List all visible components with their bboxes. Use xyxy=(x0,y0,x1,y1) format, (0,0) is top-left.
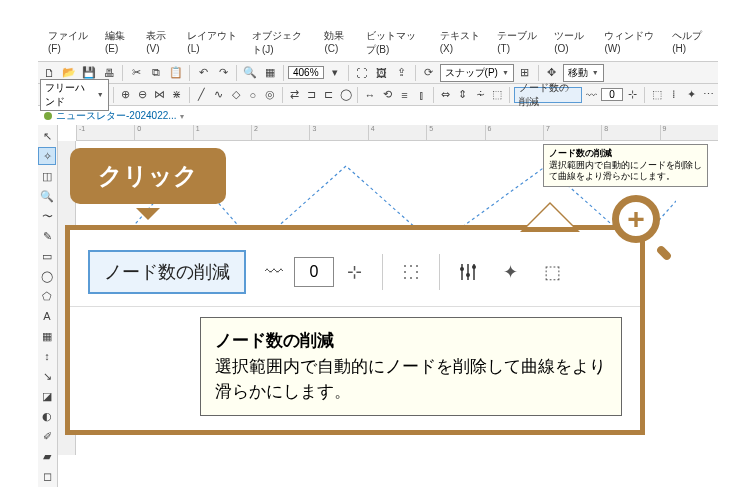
menu-text[interactable]: テキスト(X) xyxy=(434,27,489,59)
fill-tool-icon[interactable]: ▰ xyxy=(38,447,56,465)
more-icon-zoomed[interactable]: ⬚ xyxy=(538,258,566,286)
dropshadow-tool-icon[interactable]: ◪ xyxy=(38,387,56,405)
close-curve-icon[interactable]: ◯ xyxy=(338,86,353,104)
node-join-icon[interactable]: ⋈ xyxy=(152,86,167,104)
menu-layout[interactable]: レイアウト(L) xyxy=(181,27,244,59)
image-icon[interactable]: 🖼 xyxy=(373,64,391,82)
curve-smooth-icon-zoomed[interactable]: 〰 xyxy=(260,258,288,286)
node-break-icon[interactable]: ⋇ xyxy=(169,86,184,104)
redo-icon[interactable]: ↷ xyxy=(214,64,232,82)
transparency-tool-icon[interactable]: ◐ xyxy=(38,407,56,425)
menu-help[interactable]: ヘルプ(H) xyxy=(666,27,714,59)
document-tab[interactable]: ニュースレター-2024022... xyxy=(56,109,177,123)
extract-icon[interactable]: ⊏ xyxy=(321,86,336,104)
smooth-node-icon[interactable]: ○ xyxy=(245,86,260,104)
freehand-combo[interactable]: フリーハンド xyxy=(40,79,109,111)
apply-icon-zoomed[interactable]: ⊹ xyxy=(340,258,368,286)
zoom-level[interactable]: 406% xyxy=(288,66,324,79)
text-tool-icon[interactable]: A xyxy=(38,307,56,325)
guide-icon[interactable]: ⊞ xyxy=(516,64,534,82)
eyedropper-tool-icon[interactable]: ✐ xyxy=(38,427,56,445)
menu-table[interactable]: テーブル(T) xyxy=(491,27,546,59)
paste-icon[interactable]: 📋 xyxy=(167,64,185,82)
rectangle-tool-icon[interactable]: ▭ xyxy=(38,247,56,265)
refresh-icon[interactable]: ⟳ xyxy=(420,64,438,82)
svg-point-0 xyxy=(404,265,406,267)
node-delete-icon[interactable]: ⊖ xyxy=(135,86,150,104)
copy-icon[interactable]: ⧉ xyxy=(147,64,165,82)
reduce-nodes-button[interactable]: ノード数の削減 xyxy=(514,87,582,103)
bbox-icon[interactable]: ⬚ xyxy=(649,86,664,104)
rotate-icon[interactable]: ⟲ xyxy=(380,86,395,104)
undo-icon[interactable]: ↶ xyxy=(194,64,212,82)
reflect-v-icon[interactable]: ⇕ xyxy=(455,86,470,104)
artistic-media-icon[interactable]: ✎ xyxy=(38,227,56,245)
to-line-icon[interactable]: ╱ xyxy=(193,86,208,104)
transform-icon[interactable]: ✦ xyxy=(684,86,699,104)
fullscreen-icon[interactable]: ⛶ xyxy=(353,64,371,82)
menu-tool[interactable]: ツール(O) xyxy=(548,27,596,59)
snap-combo[interactable]: スナップ(P) xyxy=(440,64,514,82)
svg-point-11 xyxy=(460,267,464,271)
elastic-icon[interactable]: ∻ xyxy=(473,86,488,104)
crop-tool-icon[interactable]: ◫ xyxy=(38,167,56,185)
ellipse-tool-icon[interactable]: ◯ xyxy=(38,267,56,285)
annotation-click-label: クリック xyxy=(70,148,226,204)
cut-icon[interactable]: ✂ xyxy=(127,64,145,82)
select-all-nodes-icon[interactable]: ⬚ xyxy=(490,86,505,104)
reduce-amount-input-zoomed[interactable] xyxy=(294,257,334,287)
extend-icon[interactable]: ⊐ xyxy=(304,86,319,104)
document-tab-bar: ニュースレター-2024022... ▾ xyxy=(38,106,718,126)
menu-bitmap[interactable]: ビットマップ(B) xyxy=(360,27,432,59)
grid-icon[interactable]: ▦ xyxy=(261,64,279,82)
table-tool-icon[interactable]: ▦ xyxy=(38,327,56,345)
reduce-nodes-button-zoomed[interactable]: ノード数の削減 xyxy=(88,250,246,294)
polygon-tool-icon[interactable]: ⬠ xyxy=(38,287,56,305)
pick-tool-icon[interactable]: ↖ xyxy=(38,127,56,145)
freehand-tool-icon[interactable]: 〜 xyxy=(38,207,56,225)
more-icon[interactable]: ⋯ xyxy=(701,86,716,104)
search-icon[interactable]: 🔍 xyxy=(241,64,259,82)
symm-node-icon[interactable]: ◎ xyxy=(262,86,277,104)
align-v-icon[interactable]: ⫿ xyxy=(414,86,429,104)
svg-point-3 xyxy=(404,271,406,273)
toolbar-main: 🗋 📂 💾 🖶 ✂ ⧉ 📋 ↶ ↷ 🔍 ▦ 406% ▾ ⛶ 🖼 ⇪ ⟳ スナッ… xyxy=(38,62,718,84)
shape-tool-icon[interactable]: ✧ xyxy=(38,147,56,165)
outline-tool-icon[interactable]: ◻ xyxy=(38,467,56,485)
connector-tool-icon[interactable]: ↘ xyxy=(38,367,56,385)
zoom-tool-icon[interactable]: 🔍 xyxy=(38,187,56,205)
menu-view[interactable]: 表示(V) xyxy=(140,27,179,59)
sliders-icon-zoomed[interactable] xyxy=(454,258,482,286)
svg-point-12 xyxy=(466,273,470,277)
node-add-icon[interactable]: ⊕ xyxy=(118,86,133,104)
menu-edit[interactable]: 編集(E) xyxy=(99,27,138,59)
reverse-icon[interactable]: ⇄ xyxy=(286,86,301,104)
cusp-node-icon[interactable]: ◇ xyxy=(228,86,243,104)
menu-window[interactable]: ウィンドウ(W) xyxy=(598,27,664,59)
apply-icon[interactable]: ⊹ xyxy=(625,86,640,104)
menu-effect[interactable]: 効果(C) xyxy=(318,27,358,59)
move-icon[interactable]: ✥ xyxy=(543,64,561,82)
curve-smooth-icon[interactable]: 〰 xyxy=(584,86,599,104)
transform-icon-zoomed[interactable]: ✦ xyxy=(496,258,524,286)
export-icon[interactable]: ⇪ xyxy=(393,64,411,82)
menu-object[interactable]: オブジェクト(J) xyxy=(246,27,316,59)
toolbar-property: フリーハンド ⊕ ⊖ ⋈ ⋇ ╱ ∿ ◇ ○ ◎ ⇄ ⊐ ⊏ ◯ ↔ ⟲ ≡ ⫿… xyxy=(38,84,718,106)
tooltip-body-large: 選択範囲内で自動的にノードを削除して曲線をより滑らかにします。 xyxy=(215,354,607,405)
bbox-icon-zoomed[interactable] xyxy=(397,258,425,286)
dimension-tool-icon[interactable]: ↕ xyxy=(38,347,56,365)
menu-bar: ファイル(F) 編集(E) 表示(V) レイアウト(L) オブジェクト(J) 効… xyxy=(38,25,718,62)
toolbox: ↖ ✧ ◫ 🔍 〜 ✎ ▭ ◯ ⬠ A ▦ ↕ ↘ ◪ ◐ ✐ ▰ ◻ xyxy=(38,125,58,487)
to-curve-icon[interactable]: ∿ xyxy=(211,86,226,104)
svg-point-7 xyxy=(416,277,418,279)
move-combo[interactable]: 移動 xyxy=(563,64,604,82)
zoom-dropdown-icon[interactable]: ▾ xyxy=(326,64,344,82)
tooltip-title-large: ノード数の削減 xyxy=(215,328,607,354)
svg-point-4 xyxy=(416,271,418,273)
reflect-h-icon[interactable]: ⇔ xyxy=(438,86,453,104)
stretch-icon[interactable]: ↔ xyxy=(362,86,377,104)
reduce-amount-input[interactable] xyxy=(601,88,623,101)
align-h-icon[interactable]: ≡ xyxy=(397,86,412,104)
handles-icon[interactable]: ⁞ xyxy=(666,86,681,104)
menu-file[interactable]: ファイル(F) xyxy=(42,27,97,59)
